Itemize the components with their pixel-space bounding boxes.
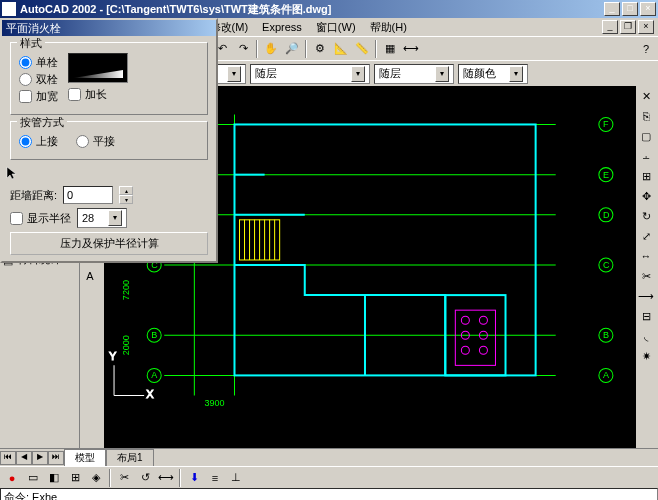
svg-point-49: [461, 316, 469, 324]
spin-up-icon[interactable]: ▴: [119, 186, 133, 195]
mdi-minimize-button[interactable]: _: [602, 20, 618, 34]
svg-text:E: E: [603, 170, 609, 180]
style-group: 样式 单栓 双栓 加宽 加长: [10, 42, 208, 115]
tab-last-icon[interactable]: ⏭: [48, 451, 64, 465]
tool-b10-icon[interactable]: ⊥: [226, 468, 246, 488]
break-icon[interactable]: ⊟: [636, 306, 656, 326]
text-icon[interactable]: A: [80, 266, 100, 286]
layer-icon[interactable]: ▦: [380, 39, 400, 59]
tab-model[interactable]: 模型: [64, 449, 106, 466]
mirror-icon[interactable]: ▢: [636, 126, 656, 146]
svg-point-53: [461, 346, 469, 354]
close-button[interactable]: ×: [640, 2, 656, 16]
bottom-toolbar: ● ▭ ◧ ⊞ ◈ ✂ ↺ ⟷ ⬇ ≡ ⊥: [0, 466, 658, 488]
svg-point-54: [479, 346, 487, 354]
dist-label: 距墙距离:: [10, 188, 57, 203]
svg-text:A: A: [151, 370, 157, 380]
command-window[interactable]: 命令: Exhe 请拾取布置消火栓的墙线、柱子、直线、弧线<退出>:: [0, 488, 658, 500]
svg-text:X: X: [146, 388, 154, 400]
dialog-title: 平面消火栓: [2, 20, 216, 36]
redo-icon[interactable]: ↷: [233, 39, 253, 59]
pipe-group: 按管方式 上接 平接: [10, 121, 208, 160]
svg-text:B: B: [603, 330, 609, 340]
tool-b4-icon[interactable]: ◈: [86, 468, 106, 488]
app-icon: [2, 2, 16, 16]
dim-icon[interactable]: ⟷: [401, 39, 421, 59]
radio-double[interactable]: 双栓: [19, 72, 58, 87]
style-preview: [68, 53, 128, 83]
mdi-restore-button[interactable]: ❐: [620, 20, 636, 34]
extend-icon[interactable]: ⟶: [636, 286, 656, 306]
svg-text:2000: 2000: [121, 335, 131, 355]
radio-flat[interactable]: 平接: [76, 134, 115, 149]
svg-text:C: C: [603, 260, 610, 270]
svg-text:A: A: [603, 370, 609, 380]
minimize-button[interactable]: _: [604, 2, 620, 16]
svg-point-50: [479, 316, 487, 324]
cursor-arrow-icon: [6, 166, 20, 180]
hydrant-dialog: 平面消火栓 样式 单栓 双栓 加宽 加长 按管方式 上接 平接: [0, 18, 218, 263]
svg-text:B: B: [151, 330, 157, 340]
tab-first-icon[interactable]: ⏮: [0, 451, 16, 465]
tool-b8-icon[interactable]: ⬇: [184, 468, 204, 488]
tool-b6-icon[interactable]: ↺: [135, 468, 155, 488]
menu-help[interactable]: 帮助(H): [364, 19, 413, 36]
plotstyle-combo[interactable]: 随颜色▾: [458, 64, 528, 84]
window-title: AutoCAD 2002 - [C:\Tangent\TWT6\sys\TWT建…: [20, 2, 604, 17]
radius-combo[interactable]: 28▾: [77, 208, 127, 228]
svg-text:7200: 7200: [121, 280, 131, 300]
check-lengthen[interactable]: 加长: [68, 87, 128, 102]
help-icon[interactable]: ?: [636, 39, 656, 59]
window-titlebar: AutoCAD 2002 - [C:\Tangent\TWT6\sys\TWT建…: [0, 0, 658, 18]
svg-text:Y: Y: [109, 350, 117, 362]
trim-icon[interactable]: ✂: [636, 266, 656, 286]
calc-button[interactable]: 压力及保护半径计算: [10, 232, 208, 255]
rotate-icon[interactable]: ↻: [636, 206, 656, 226]
fillet-icon[interactable]: ◟: [636, 326, 656, 346]
menu-window[interactable]: 窗口(W): [310, 19, 362, 36]
stretch-icon[interactable]: ↔: [636, 246, 656, 266]
svg-text:D: D: [603, 210, 610, 220]
explode-icon[interactable]: ✷: [636, 346, 656, 366]
model-tabs: ⏮ ◀ ▶ ⏭ 模型 布局1: [0, 448, 658, 466]
pan-icon[interactable]: ✋: [261, 39, 281, 59]
menu-express[interactable]: Express: [256, 20, 308, 34]
tab-prev-icon[interactable]: ◀: [16, 451, 32, 465]
maximize-button[interactable]: □: [622, 2, 638, 16]
color-combo[interactable]: 随层▾: [374, 64, 454, 84]
tool3-icon[interactable]: 📏: [352, 39, 372, 59]
tool-b2-icon[interactable]: ◧: [44, 468, 64, 488]
lineweight-combo[interactable]: 随层▾: [250, 64, 370, 84]
svg-text:F: F: [603, 119, 609, 129]
check-radius[interactable]: 显示半径: [10, 211, 71, 226]
tool-icon[interactable]: ⚙: [310, 39, 330, 59]
modify-toolbar: ✕ ⎘ ▢ ⫠ ⊞ ✥ ↻ ⤢ ↔ ✂ ⟶ ⊟ ◟ ✷: [636, 86, 658, 448]
spin-down-icon[interactable]: ▾: [119, 195, 133, 204]
check-widen[interactable]: 加宽: [19, 89, 58, 104]
tool-b5-icon[interactable]: ✂: [114, 468, 134, 488]
command-history: 命令: Exhe: [4, 490, 654, 500]
tool-b7-icon[interactable]: ⟷: [156, 468, 176, 488]
mdi-close-button[interactable]: ×: [638, 20, 654, 34]
move-icon[interactable]: ✥: [636, 186, 656, 206]
scale-icon[interactable]: ⤢: [636, 226, 656, 246]
array-icon[interactable]: ⊞: [636, 166, 656, 186]
tool-b3-icon[interactable]: ⊞: [65, 468, 85, 488]
dist-input[interactable]: [63, 186, 113, 204]
radio-single[interactable]: 单栓: [19, 55, 58, 70]
osnap-icon[interactable]: ●: [2, 468, 22, 488]
radio-top[interactable]: 上接: [19, 134, 58, 149]
tool-b1-icon[interactable]: ▭: [23, 468, 43, 488]
copy2-icon[interactable]: ⎘: [636, 106, 656, 126]
tool-b9-icon[interactable]: ≡: [205, 468, 225, 488]
tab-next-icon[interactable]: ▶: [32, 451, 48, 465]
zoom-icon[interactable]: 🔎: [282, 39, 302, 59]
erase-icon[interactable]: ✕: [636, 86, 656, 106]
tool2-icon[interactable]: 📐: [331, 39, 351, 59]
svg-text:3900: 3900: [204, 398, 224, 408]
tab-layout1[interactable]: 布局1: [106, 449, 154, 466]
offset-icon[interactable]: ⫠: [636, 146, 656, 166]
